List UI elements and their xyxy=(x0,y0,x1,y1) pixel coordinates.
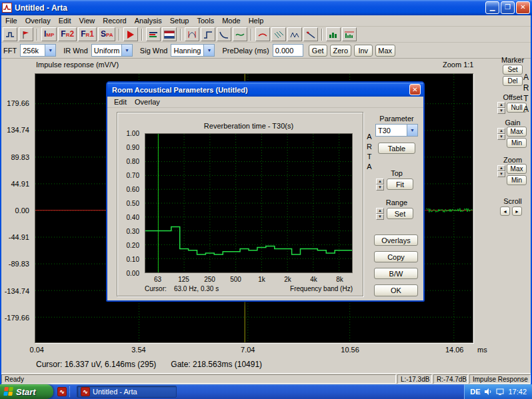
y-tick: 0.00 xyxy=(15,206,29,214)
ir-wnd-combo[interactable]: Uniform ▼ xyxy=(91,44,133,57)
chevron-down-icon[interactable]: ▼ xyxy=(121,45,132,56)
scroll-right-button[interactable]: ► xyxy=(512,206,522,216)
top-label: Top xyxy=(373,169,421,177)
dialog-menu-overlay[interactable]: Overlay xyxy=(131,97,164,107)
inv-button[interactable]: Inv xyxy=(354,45,373,57)
burst-decay-button[interactable] xyxy=(287,27,302,41)
arta-letter: R xyxy=(521,83,531,93)
zoom-max-button[interactable]: Max xyxy=(507,164,527,174)
energy-decay-icon xyxy=(305,30,316,39)
chevron-down-icon[interactable]: ▼ xyxy=(407,125,417,136)
start-button[interactable]: Start xyxy=(0,384,53,399)
range-down-button[interactable]: ▼ xyxy=(376,214,384,220)
fr1-mode-button[interactable]: Fr1 xyxy=(78,27,97,41)
energy-decay-button[interactable] xyxy=(303,27,318,41)
zoom-down-button[interactable]: ▼ xyxy=(497,171,505,177)
scroll-label: Scroll xyxy=(496,197,529,205)
gate-readout: Gate: 218.563ms (10491) xyxy=(171,360,262,369)
chevron-down-icon[interactable]: ▼ xyxy=(45,45,55,56)
maximize-button[interactable]: ❐ xyxy=(501,1,515,14)
gain-min-button[interactable]: Min xyxy=(507,138,527,148)
offset-down-button[interactable]: ▼ xyxy=(497,108,505,114)
max-button[interactable]: Max xyxy=(375,45,395,57)
zoom-min-button[interactable]: Min xyxy=(507,175,527,185)
y-tick: 89.83 xyxy=(11,153,29,161)
frequency-response-button[interactable] xyxy=(233,27,247,41)
arta-letter: T xyxy=(521,93,531,104)
imp-mode-button[interactable]: Imp xyxy=(41,27,57,41)
clock[interactable]: 17:42 xyxy=(508,388,527,396)
menu-view[interactable]: View xyxy=(75,16,99,25)
predelay-input[interactable] xyxy=(273,44,303,57)
top-up-button[interactable]: ▲ xyxy=(376,179,384,185)
dialog-menu-edit[interactable]: Edit xyxy=(110,97,131,107)
menu-tools[interactable]: Tools xyxy=(193,16,218,25)
marker-flag-button[interactable] xyxy=(19,27,33,41)
status-ready: Ready xyxy=(1,374,396,384)
record-play-button[interactable] xyxy=(123,27,138,41)
volume-icon[interactable] xyxy=(484,388,492,396)
y-tick: 179.66 xyxy=(7,99,29,107)
status-bar: Ready L:-17.3dB R:-74.7dB Impulse Respon… xyxy=(0,373,532,384)
range-up-button[interactable]: ▲ xyxy=(376,208,384,214)
dialog-close-button[interactable]: ✕ xyxy=(409,84,421,95)
spectral-decay-button[interactable] xyxy=(271,27,286,41)
overlays-button[interactable]: Overlays xyxy=(374,234,418,246)
fr2-mode-button[interactable]: Fr2 xyxy=(58,27,77,41)
smoothing-button[interactable] xyxy=(255,27,270,41)
zero-button[interactable]: Zero xyxy=(330,45,351,57)
signal-generator-button[interactable] xyxy=(3,27,17,41)
levels-button[interactable] xyxy=(146,27,161,41)
marker-set-button[interactable]: Set xyxy=(503,65,523,75)
zoom-up-button[interactable]: ▲ xyxy=(497,165,505,171)
close-button[interactable]: ✕ xyxy=(516,1,530,14)
sig-wnd-combo[interactable]: Hanning ▼ xyxy=(171,44,215,57)
gain-down-button[interactable]: ▼ xyxy=(497,134,505,140)
range-set-button[interactable]: Set xyxy=(387,208,413,219)
top-down-button[interactable]: ▼ xyxy=(376,185,384,191)
copy-button[interactable]: Copy xyxy=(374,251,418,262)
etc-curve-button[interactable] xyxy=(217,27,231,41)
menu-overlay[interactable]: Overlay xyxy=(21,16,55,25)
t30-x-axis: 63 125 250 500 1k 2k 4k 8k xyxy=(145,276,353,283)
spa-mode-button[interactable]: Spa xyxy=(98,27,116,41)
minimize-button[interactable]: ▁ xyxy=(485,1,499,14)
menu-setup[interactable]: Setup xyxy=(166,16,193,25)
app-icon xyxy=(2,3,12,13)
gate-analysis-button[interactable] xyxy=(185,27,199,41)
arta-quicklaunch-icon[interactable]: ∿ xyxy=(57,387,67,396)
menu-analysis[interactable]: Analysis xyxy=(131,16,166,25)
arta-letter: A xyxy=(521,104,531,115)
taskbar-task-untitled-arta[interactable]: ∿ Untitled - Arta xyxy=(77,386,177,398)
marker-del-button[interactable]: Del xyxy=(503,76,523,86)
room-parameters-button[interactable] xyxy=(342,27,357,41)
menu-file[interactable]: File xyxy=(1,16,21,25)
scroll-left-button[interactable]: ◄ xyxy=(500,206,510,216)
menu-edit[interactable]: Edit xyxy=(55,16,75,25)
x-tick: 1k xyxy=(258,276,265,283)
y-tick: 0.30 xyxy=(127,228,139,235)
levels-icon xyxy=(148,30,159,39)
menu-record[interactable]: Record xyxy=(99,16,130,25)
language-indicator[interactable]: DE xyxy=(470,388,480,396)
chevron-down-icon[interactable]: ▼ xyxy=(203,45,214,56)
gain-up-button[interactable]: ▲ xyxy=(497,128,505,134)
fft-combo[interactable]: 256k ▼ xyxy=(20,44,56,57)
octave-band-button[interactable] xyxy=(326,27,341,41)
menu-mode[interactable]: Mode xyxy=(218,16,245,25)
menu-help[interactable]: Help xyxy=(245,16,268,25)
top-fit-button[interactable]: Fit xyxy=(387,179,413,190)
parameter-combo[interactable]: T30 ▼ xyxy=(375,124,418,137)
gain-max-button[interactable]: Max xyxy=(507,127,527,137)
get-button[interactable]: Get xyxy=(309,45,327,57)
dialog-title-bar: Room Acoustical Parameters (Untitled) ✕ xyxy=(107,83,423,97)
ok-button[interactable]: OK xyxy=(374,284,418,296)
t30-plot-area[interactable] xyxy=(145,133,353,273)
offset-up-button[interactable]: ▲ xyxy=(497,102,505,108)
table-button[interactable]: Table xyxy=(378,143,415,154)
language-flag-button[interactable] xyxy=(162,27,177,41)
main-x-axis: 0.04 3.54 7.04 10.56 14.06 xyxy=(35,346,473,354)
display-icon[interactable] xyxy=(496,388,504,396)
step-response-button[interactable] xyxy=(201,27,215,41)
bw-button[interactable]: B/W xyxy=(374,268,418,279)
